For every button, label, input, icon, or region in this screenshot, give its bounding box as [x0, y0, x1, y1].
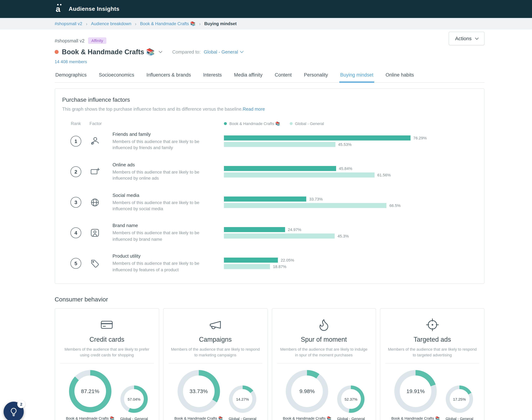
- audience-bar-value: 22.05%: [281, 258, 294, 262]
- factor-bars: 45.84% 61.56%: [220, 166, 477, 178]
- legend-audience-label: Book & Handmade Crafts 📚: [229, 121, 280, 126]
- baseline-dropdown-chevron-icon: [240, 49, 244, 53]
- audience-donut-label: Book & Handmade Crafts 📚: [283, 416, 331, 420]
- flame-icon: [277, 318, 371, 332]
- factor-name: Product utility: [112, 253, 220, 259]
- baseline-selector[interactable]: Global - General: [204, 49, 243, 55]
- credit-cards-card: Credit cards Members of the audience tha…: [55, 308, 159, 420]
- audiense-logo-icon: a: [55, 4, 64, 14]
- page: a Audiense Insights #shopsmall v2 › Audi…: [0, 0, 532, 420]
- legend-baseline: Global - General: [289, 121, 324, 126]
- factor-row-social-media: 3 Social media Members of this audience …: [62, 187, 477, 218]
- compared-to-label: Compared to:: [172, 49, 201, 55]
- rank-badge: 2: [70, 166, 81, 177]
- subtitle-text: This graph shows the top purchase influe…: [62, 107, 243, 112]
- audience-donut-label: Book & Handmade Crafts 📚: [174, 416, 223, 420]
- divider: [277, 363, 371, 364]
- audience-bar: [224, 257, 278, 262]
- card-description: Members of the audience that are likely …: [170, 346, 261, 358]
- target-icon: [385, 318, 479, 332]
- factor-description: Members of this audience that are likely…: [112, 260, 209, 273]
- rank-column-header: Rank: [62, 121, 90, 126]
- audience-bar-value: 33.73%: [309, 197, 323, 201]
- tab-online-habits[interactable]: Online habits: [385, 69, 415, 83]
- fab-notification-badge: 2: [17, 400, 25, 408]
- audience-donut-value: 87.21%: [75, 375, 106, 407]
- baseline-bar: [224, 264, 270, 269]
- rank-badge: 5: [70, 258, 81, 269]
- online-ads-icon: [90, 166, 112, 177]
- breadcrumb-audience-breakdown-link[interactable]: Audience breakdown: [91, 21, 131, 26]
- baseline-donut-value: 17.25%: [450, 389, 469, 409]
- audience-donut-value: 19.91%: [400, 375, 431, 407]
- audience-dropdown-chevron-icon[interactable]: [159, 49, 162, 53]
- tab-media-affinity[interactable]: Media affinity: [233, 69, 263, 83]
- card-title: Campaigns: [168, 336, 262, 344]
- consumer-behavior-title: Consumer behavior: [55, 296, 485, 303]
- card-description: Members of the audience that are likely …: [387, 346, 478, 358]
- audience-bar-value: 24.97%: [288, 227, 301, 232]
- lightbulb-icon: [9, 407, 18, 416]
- factor-bars: 33.73% 66.5%: [220, 196, 477, 208]
- breadcrumb-current: Buying mindset: [204, 21, 237, 26]
- factor-name: Brand name: [112, 223, 220, 228]
- purchase-influence-title: Purchase influence factors: [62, 97, 477, 103]
- tab-personality[interactable]: Personality: [303, 69, 329, 83]
- factor-description: Members of this audience that are likely…: [112, 200, 209, 212]
- affinity-badge: Affinity: [88, 37, 106, 44]
- report-name: #shopsmall v2: [55, 38, 84, 43]
- breadcrumb-segment-link[interactable]: Book & Handmade Crafts 📚: [140, 21, 196, 26]
- tab-bar: Demographics Socioeconomics Influencers …: [55, 69, 485, 83]
- help-tips-fab-button[interactable]: 2: [4, 402, 24, 420]
- read-more-link[interactable]: Read more: [243, 107, 265, 112]
- tab-interests[interactable]: Interests: [202, 69, 223, 83]
- breadcrumb-report-link[interactable]: #shopsmall v2: [55, 21, 82, 26]
- tab-demographics[interactable]: Demographics: [55, 69, 87, 83]
- page-header: #shopsmall v2 Affinity Book & Handmade C…: [55, 30, 485, 420]
- baseline-donut: 17.25%: [446, 386, 473, 413]
- rank-badge: 3: [70, 197, 81, 208]
- audience-bar: [224, 136, 410, 141]
- baseline-bar-value: 61.56%: [377, 173, 391, 177]
- rank-badge: 4: [70, 227, 81, 238]
- purchase-influence-subtitle: This graph shows the top purchase influe…: [62, 107, 477, 112]
- factors-table-header: Rank Factor Book & Handmade Crafts 📚 Glo…: [62, 121, 477, 126]
- baseline-bar-value: 45.3%: [337, 234, 349, 238]
- baseline-bar: [224, 203, 386, 208]
- actions-button[interactable]: Actions: [449, 32, 485, 45]
- tab-buying-mindset[interactable]: Buying mindset: [339, 69, 374, 83]
- baseline-bar: [224, 172, 374, 178]
- friends-and-family-icon: [90, 136, 112, 147]
- factor-bars: 24.97% 45.3%: [220, 227, 477, 238]
- baseline-bar-value: 45.53%: [338, 142, 351, 147]
- audience-title: Book & Handmade Crafts 📚: [62, 48, 154, 56]
- spur-of-moment-card: Spur of moment Members of the audience t…: [272, 308, 376, 420]
- top-navbar: a Audiense Insights: [0, 0, 532, 18]
- tab-socioeconomics[interactable]: Socioeconomics: [98, 69, 135, 83]
- legend-audience-dot: [224, 122, 227, 125]
- breadcrumb-separator-icon: ›: [86, 21, 87, 26]
- product-utility-tag-icon: [90, 258, 112, 269]
- audience-bar-value: 76.29%: [413, 136, 427, 140]
- baseline-bar: [224, 142, 335, 147]
- audience-bar: [224, 227, 285, 232]
- factor-name: Online ads: [112, 162, 220, 167]
- breadcrumb-separator-icon: ›: [199, 21, 201, 26]
- megaphone-icon: [168, 318, 262, 332]
- breadcrumb-separator-icon: ›: [135, 21, 137, 26]
- baseline-name: Global - General: [204, 49, 238, 55]
- tab-content[interactable]: Content: [274, 69, 293, 83]
- tab-influencers-brands[interactable]: Influencers & brands: [146, 69, 192, 83]
- members-count-link[interactable]: 14 408 members: [55, 59, 485, 64]
- divider: [168, 363, 262, 364]
- audience-donut-value: 33.73%: [183, 375, 214, 407]
- rank-badge: 1: [70, 136, 81, 147]
- baseline-donut-label: Global - General: [120, 416, 148, 420]
- audience-bar: [224, 196, 306, 202]
- legend-baseline-label: Global - General: [295, 121, 324, 126]
- baseline-donut-value: 14.27%: [233, 389, 252, 409]
- factor-row-product-utility: 5 Product utility Members of this audien…: [62, 248, 477, 278]
- audience-donut: 33.73%: [177, 370, 220, 412]
- card-description: Members of the audience that are likely …: [279, 346, 369, 358]
- app-title: Audiense Insights: [69, 6, 119, 12]
